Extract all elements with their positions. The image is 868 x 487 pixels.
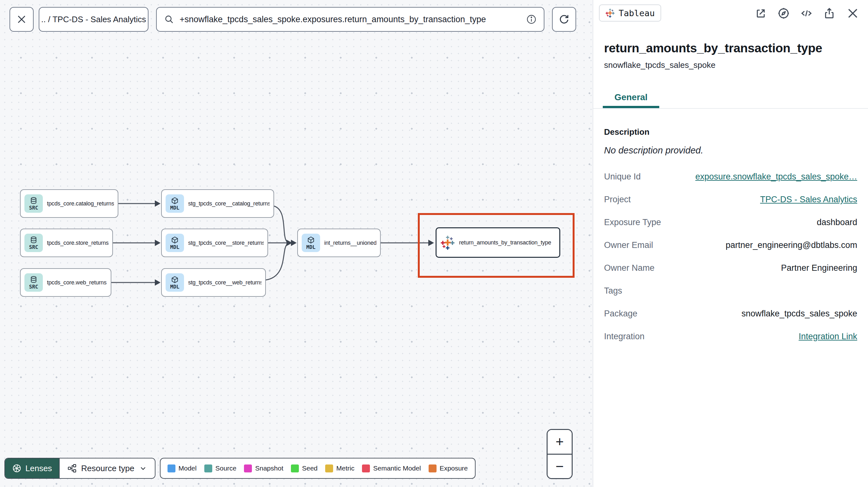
- open-external-button[interactable]: [754, 7, 767, 20]
- panel-actions: [754, 6, 860, 20]
- resource-type-dropdown[interactable]: Resource type: [59, 458, 155, 478]
- node-type-label: MDL: [170, 205, 180, 210]
- lens-group: Lenses Resource type: [4, 458, 155, 479]
- integration-badge-label: Tableau: [619, 8, 655, 18]
- field-row-tags: Tags: [604, 279, 857, 302]
- view-code-button[interactable]: [800, 7, 813, 20]
- field-row-package: Package snowflake_tpcds_sales_spoke: [604, 302, 857, 325]
- legend-item: Semantic Model: [362, 464, 421, 473]
- code-icon: [800, 7, 813, 20]
- package-subtitle: snowflake_tpcds_sales_spoke: [593, 55, 868, 70]
- cube-icon: MDL: [165, 234, 184, 252]
- resource-type-label: Resource type: [81, 463, 134, 474]
- legend-swatch-exposure: [429, 464, 437, 473]
- close-panel-button[interactable]: [846, 6, 860, 20]
- field-row-project: Project TPC-DS - Sales Analytics: [604, 188, 857, 211]
- share-button[interactable]: [823, 7, 836, 20]
- exposure-type-value: dashboard: [816, 218, 857, 227]
- node-label: tpcds_core.web_returns: [47, 279, 106, 286]
- tableau-icon: [440, 235, 455, 250]
- node-source-web-returns[interactable]: SRC tpcds_core.web_returns: [20, 268, 111, 297]
- node-type-label: SRC: [29, 205, 38, 210]
- legend-swatch-snapshot: [244, 464, 252, 473]
- node-label: tpcds_core.store_returns: [47, 240, 108, 246]
- legend-item: Seed: [291, 464, 317, 473]
- explore-button[interactable]: [777, 7, 790, 20]
- resource-legend: Model Source Snapshot Seed Metric Semant…: [160, 458, 475, 479]
- owner-email-value: partner_engineering@dbtlabs.com: [725, 240, 857, 250]
- node-int-returns-unioned[interactable]: MDL int_returns__unioned: [297, 229, 381, 257]
- field-row-integration: Integration Integration Link: [604, 325, 857, 348]
- panel-header: Tableau: [593, 0, 868, 27]
- package-value: snowflake_tpcds_sales_spoke: [741, 309, 857, 319]
- zoom-out-button[interactable]: −: [548, 455, 572, 479]
- cube-icon: MDL: [165, 273, 184, 292]
- fields-list: Unique Id exposure.snowflake_tpcds_sales…: [604, 165, 857, 348]
- integration-badge: Tableau: [599, 4, 661, 22]
- unique-id-link[interactable]: exposure.snowflake_tpcds_sales_spoke…: [695, 172, 857, 182]
- node-type-label: SRC: [29, 284, 38, 290]
- general-tab-content: Description No description provided. Uni…: [593, 108, 868, 348]
- page-title: return_amounts_by_transaction_type: [593, 27, 868, 55]
- legend-swatch-seed: [291, 464, 299, 473]
- database-icon: SRC: [24, 194, 43, 213]
- field-row-exposure-type: Exposure Type dashboard: [604, 211, 857, 234]
- details-panel: Tableau: [593, 0, 868, 487]
- lineage-canvas[interactable]: .. / TPC-DS - Sales Analytics SRC tpcds_…: [0, 0, 593, 487]
- field-row-owner-email: Owner Email partner_engineering@dbtlabs.…: [604, 234, 857, 257]
- tabs-divider: [593, 108, 868, 109]
- legend-swatch-metric: [325, 464, 333, 473]
- legend-item: Metric: [325, 464, 354, 473]
- node-type-label: MDL: [307, 245, 316, 250]
- node-stg-web-returns[interactable]: MDL stg_tpcds_core__web_returns: [161, 268, 266, 297]
- description-value: No description provided.: [604, 145, 857, 156]
- lenses-button[interactable]: Lenses: [5, 458, 59, 478]
- integration-link[interactable]: Integration Link: [799, 332, 857, 342]
- close-icon: [846, 6, 860, 20]
- node-label: stg_tpcds_core__catalog_returns: [188, 200, 270, 207]
- node-type-label: MDL: [170, 284, 180, 290]
- node-source-catalog-returns[interactable]: SRC tpcds_core.catalog_returns: [20, 189, 118, 218]
- legend-item: Source: [204, 464, 237, 473]
- node-label: int_returns__unioned: [324, 240, 376, 246]
- compass-icon: [777, 7, 790, 20]
- panel-tabs: General: [593, 89, 868, 108]
- zoom-in-button[interactable]: +: [548, 430, 572, 455]
- legend-item: Snapshot: [244, 464, 283, 473]
- node-type-label: SRC: [29, 245, 38, 250]
- lenses-label: Lenses: [25, 463, 52, 474]
- legend-swatch-semantic-model: [362, 464, 370, 473]
- tab-general[interactable]: General: [603, 89, 659, 108]
- node-label: stg_tpcds_core__store_returns: [188, 240, 264, 246]
- legend-item: Model: [167, 464, 197, 473]
- project-link[interactable]: TPC-DS - Sales Analytics: [760, 195, 857, 204]
- zoom-control: + −: [547, 429, 572, 479]
- node-stg-store-returns[interactable]: MDL stg_tpcds_core__store_returns: [161, 229, 268, 257]
- node-exposure-return-amounts[interactable]: return_amounts_by_transaction_type: [436, 227, 560, 258]
- legend-swatch-source: [204, 464, 212, 473]
- database-icon: SRC: [24, 273, 43, 292]
- cube-icon: MDL: [165, 194, 184, 213]
- chevron-down-icon: [139, 464, 147, 473]
- lineage-bottom-bar: Lenses Resource type Model Source: [4, 458, 475, 479]
- cube-icon: MDL: [302, 234, 320, 252]
- description-label: Description: [604, 127, 857, 137]
- node-stg-catalog-returns[interactable]: MDL stg_tpcds_core__catalog_returns: [161, 189, 274, 218]
- share-icon: [823, 7, 836, 20]
- legend-swatch-model: [167, 464, 176, 473]
- database-icon: SRC: [24, 234, 43, 252]
- node-label: return_amounts_by_transaction_type: [459, 239, 551, 246]
- field-row-unique-id: Unique Id exposure.snowflake_tpcds_sales…: [604, 165, 857, 188]
- resource-type-icon: [67, 463, 77, 473]
- node-type-label: MDL: [170, 245, 180, 250]
- legend-item: Exposure: [429, 464, 468, 473]
- node-label: stg_tpcds_core__web_returns: [188, 279, 261, 286]
- node-label: tpcds_core.catalog_returns: [47, 200, 114, 207]
- external-link-icon: [754, 7, 767, 20]
- field-row-owner-name: Owner Name Partner Engineering: [604, 257, 857, 279]
- aperture-icon: [12, 463, 22, 473]
- owner-name-value: Partner Engineering: [781, 263, 857, 273]
- node-source-store-returns[interactable]: SRC tpcds_core.store_returns: [20, 229, 113, 257]
- tableau-icon: [605, 8, 615, 18]
